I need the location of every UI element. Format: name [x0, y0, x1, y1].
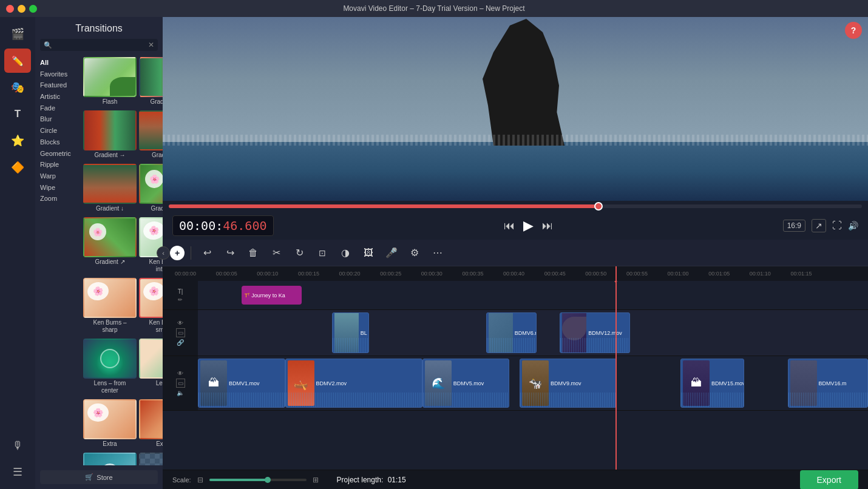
- close-window-button[interactable]: [6, 5, 14, 13]
- preview-area: ? 00:00:46.600 ⏮ ▶ ⏭: [163, 17, 868, 240]
- category-blocks[interactable]: Blocks: [40, 137, 76, 148]
- transition-grad-tl[interactable]: 🌸 Gradient ↖: [139, 164, 163, 215]
- store-icon: 🛒: [85, 473, 93, 481]
- text-clip-journey[interactable]: Tᵀ Journey to Ka: [242, 286, 302, 305]
- settings-button[interactable]: ⚙: [405, 243, 424, 263]
- zoom-in-icon[interactable]: ⊞: [313, 476, 319, 484]
- help-button[interactable]: ?: [845, 22, 862, 39]
- crop-button[interactable]: ⊡: [313, 243, 332, 263]
- category-blur[interactable]: Blur: [40, 113, 76, 125]
- category-wipe[interactable]: Wipe: [40, 182, 76, 194]
- text-track-row: T| ✏ Tᵀ Journey to Ka: [163, 281, 868, 310]
- search-clear-button[interactable]: ✕: [148, 41, 154, 49]
- seek-thumb[interactable]: [594, 202, 603, 211]
- transition-kb-intense[interactable]: 🌸 🌸 Ken Burns –intense: [139, 217, 163, 275]
- sidebar-item-stickers[interactable]: ⭐: [4, 129, 31, 153]
- app-title: Movavi Video Editor – 7-Day Trial Versio…: [343, 4, 524, 13]
- seek-track[interactable]: [169, 204, 862, 208]
- sidebar-item-media[interactable]: 🎬: [4, 22, 31, 46]
- maximize-window-button[interactable]: [29, 5, 37, 13]
- category-artistic[interactable]: Artistic: [40, 91, 76, 103]
- overlay-clip-bdmv12[interactable]: BDMV12.mov: [560, 312, 630, 353]
- search-input[interactable]: [55, 41, 148, 49]
- transition-extra1[interactable]: 🌸 Extra: [83, 399, 137, 450]
- category-geometric[interactable]: Geometric: [40, 148, 76, 160]
- scale-thumb[interactable]: [265, 477, 271, 483]
- speaker-icon[interactable]: 🔈: [177, 390, 184, 396]
- add-media-button[interactable]: +: [170, 246, 185, 260]
- sidebar-item-effects[interactable]: 🎭: [4, 75, 31, 99]
- mic-button[interactable]: 🎤: [382, 243, 401, 263]
- category-featured[interactable]: Featured: [40, 79, 76, 91]
- category-all[interactable]: All: [40, 57, 76, 69]
- delete-button[interactable]: 🗑: [243, 243, 263, 263]
- category-circle[interactable]: Circle: [40, 125, 76, 137]
- main-clip-bdmv15[interactable]: 🏔 BDMV15.mov: [680, 359, 744, 408]
- project-length-value: 01:15: [388, 476, 406, 484]
- main-clip-bdmv16[interactable]: BDMV16.m: [788, 359, 868, 408]
- transition-extra3[interactable]: Extra 3: [83, 453, 137, 465]
- overlay-clip-bl[interactable]: BL: [332, 312, 369, 353]
- image-button[interactable]: 🖼: [359, 243, 378, 263]
- transition-grad-left[interactable]: Gradient ←: [139, 57, 163, 108]
- main-clip-bdmv9[interactable]: 🐄 BDMV9.mov: [520, 359, 617, 408]
- eye-icon[interactable]: 👁: [177, 320, 183, 326]
- play-button[interactable]: ▶: [523, 218, 534, 234]
- cut-button[interactable]: ✂: [266, 243, 286, 263]
- category-warp[interactable]: Warp: [40, 170, 76, 182]
- zoom-out-icon[interactable]: ⊟: [197, 476, 203, 484]
- color-button[interactable]: ◑: [336, 243, 355, 263]
- redo-button[interactable]: ↪: [220, 243, 240, 263]
- project-length-label: Project length: 01:15: [337, 476, 406, 484]
- transition-extra4[interactable]: Extra 4: [139, 453, 163, 465]
- more-button[interactable]: ⋯: [428, 243, 447, 263]
- minimize-window-button[interactable]: [18, 5, 25, 13]
- sidebar-item-transitions[interactable]: ✏️: [4, 49, 31, 73]
- transition-grad-left-label: Gradient ←: [150, 98, 163, 108]
- main-track-content: 🏔 BDMV1.mov 🛶 BDMV2.mov: [198, 356, 868, 410]
- category-favorites[interactable]: Favorites: [40, 69, 76, 80]
- category-zoom[interactable]: Zoom: [40, 193, 76, 204]
- sidebar-item-titles[interactable]: T: [4, 102, 31, 126]
- transition-kb-smooth[interactable]: 🌸 Ken Burns –smooth: [139, 278, 163, 336]
- scale-slider[interactable]: [209, 479, 307, 481]
- transition-grad-right[interactable]: Gradient →: [83, 110, 137, 161]
- transition-lens-angle[interactable]: ↗ Lens ↗: [139, 339, 163, 397]
- transition-extra2[interactable]: Extra 2: [139, 399, 163, 450]
- transition-kb-sharp[interactable]: 🌸 Ken Burns –sharp: [83, 278, 137, 336]
- aspect-ratio-button[interactable]: 16:9: [783, 220, 805, 232]
- main-clip-bdmv2[interactable]: 🛶 BDMV2.mov: [285, 359, 422, 408]
- transition-lens-center[interactable]: Lens – fromcenter: [83, 339, 137, 397]
- cut-icon: ✂: [273, 247, 280, 258]
- main-clip-bdmv1[interactable]: 🏔 BDMV1.mov: [198, 359, 285, 408]
- panel-collapse-button[interactable]: ‹: [157, 246, 170, 260]
- go-to-end-button[interactable]: ⏭: [542, 220, 553, 232]
- fullscreen-button[interactable]: ⛶: [832, 220, 842, 231]
- export-share-button[interactable]: ↗: [812, 219, 826, 232]
- category-ripple[interactable]: Ripple: [40, 159, 76, 170]
- transition-grad-angle[interactable]: 🌸 Gradient ↗: [83, 217, 137, 275]
- store-button[interactable]: 🛒 Store: [40, 470, 158, 484]
- undo-button[interactable]: ↩: [197, 243, 217, 263]
- link-icon[interactable]: 🔗: [177, 339, 184, 346]
- main-clip-bdmv5[interactable]: 🌊 BDMV5.mov: [422, 359, 510, 408]
- sidebar-item-more[interactable]: ☰: [4, 460, 31, 484]
- eye2-icon[interactable]: 👁: [177, 370, 183, 377]
- transition-grad-up[interactable]: Gradient ↑: [139, 110, 163, 161]
- effects-icon: 🎭: [11, 81, 24, 94]
- ruler-mark: 00:01:00: [668, 271, 709, 277]
- export-button[interactable]: Export: [800, 470, 858, 490]
- sidebar-item-filters[interactable]: 🔶: [4, 155, 31, 180]
- rotate-button[interactable]: ↻: [290, 243, 309, 263]
- playback-controls: 00:00:46.600 ⏮ ▶ ⏭ 16:9 ↗ ⛶ 🔊: [163, 212, 868, 240]
- volume-button[interactable]: 🔊: [848, 221, 858, 231]
- go-to-start-button[interactable]: ⏮: [504, 220, 515, 232]
- transition-grad-tl-label: Gradient ↖: [151, 205, 163, 215]
- transition-grad-up-label: Gradient ↑: [152, 152, 163, 161]
- sidebar-item-audio[interactable]: 🎙: [4, 433, 31, 457]
- overlay-clip-bdmv6[interactable]: BDMV6.mov: [486, 312, 537, 353]
- transition-flash[interactable]: Flash: [83, 57, 137, 108]
- transition-grad-down[interactable]: Gradient ↓: [83, 164, 137, 215]
- category-fade[interactable]: Fade: [40, 103, 76, 114]
- sidebar: 🎬 ✏️ 🎭 T ⭐ 🔶 🎙 ☰: [0, 17, 35, 489]
